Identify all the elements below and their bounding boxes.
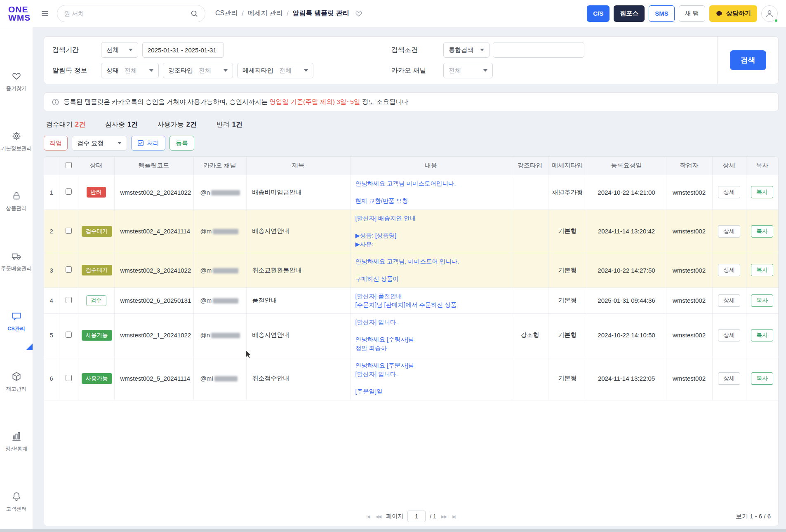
row-checkbox[interactable] bbox=[66, 332, 72, 338]
bell-icon bbox=[11, 491, 22, 502]
requested-date: 2024-10-22 14:27:50 bbox=[587, 253, 666, 287]
col-kakao-channel: 카카오 채널 bbox=[193, 157, 246, 175]
check-square-icon bbox=[137, 140, 144, 146]
sidebar-item-label: CS관리 bbox=[7, 325, 25, 332]
kakao-channel-select[interactable]: 전체 bbox=[443, 63, 493, 78]
sidebar-item-label: 정산/통계 bbox=[5, 445, 27, 452]
col-content: 내용 bbox=[350, 157, 512, 175]
row-checkbox[interactable] bbox=[66, 297, 72, 303]
first-page-icon[interactable]: |◀ bbox=[366, 514, 371, 519]
bottom-scrollbar[interactable] bbox=[0, 529, 786, 532]
top-header: ONE WMS CS관리 / 메세지 관리 / 알림톡 템플릿 관리 C/S 웹… bbox=[0, 0, 786, 27]
row-index: 6 bbox=[44, 357, 59, 400]
select-all-checkbox[interactable] bbox=[66, 162, 72, 168]
breadcrumb: CS관리 / 메세지 관리 / 알림톡 템플릿 관리 bbox=[215, 9, 363, 18]
message-type: 기본형 bbox=[548, 210, 587, 253]
last-page-icon[interactable]: ▶| bbox=[452, 514, 457, 519]
new-tab-button[interactable]: 새 탭 bbox=[679, 5, 705, 22]
consult-button[interactable]: 상담하기 bbox=[709, 5, 757, 22]
col-request-date: 등록요청일 bbox=[587, 157, 666, 175]
page-input[interactable] bbox=[407, 511, 426, 522]
sms-button[interactable]: SMS bbox=[649, 5, 675, 22]
menu-toggle-icon[interactable] bbox=[40, 9, 49, 18]
row-checkbox[interactable] bbox=[66, 228, 72, 234]
date-range-input[interactable] bbox=[142, 42, 224, 58]
detail-button[interactable]: 상세 bbox=[718, 294, 740, 307]
copy-button[interactable]: 복사 bbox=[751, 225, 773, 238]
breadcrumb-item[interactable]: CS관리 bbox=[215, 9, 238, 18]
sidebar-item-basic-info[interactable]: 기본정보관리 bbox=[0, 111, 33, 172]
table-row: 1 반려 wmstest002_2_20241022 @n 배송비미입금안내 안… bbox=[44, 175, 778, 210]
detail-button[interactable]: 상세 bbox=[718, 225, 740, 238]
app-logo[interactable]: ONE WMS bbox=[8, 5, 33, 22]
heart-icon bbox=[11, 71, 22, 81]
status-badge: 사용가능 bbox=[82, 373, 112, 384]
prev-page-icon[interactable]: ◀◀ bbox=[375, 514, 382, 519]
period-select[interactable]: 전체 bbox=[101, 42, 138, 58]
sidebar-item-label: 재고관리 bbox=[6, 386, 27, 393]
template-code: wmstest002_1_20241022 bbox=[114, 313, 193, 357]
detail-button[interactable]: 상세 bbox=[718, 264, 740, 276]
sidebar-item-products[interactable]: 상품관리 bbox=[0, 172, 33, 232]
favorite-heart-icon[interactable] bbox=[355, 9, 363, 18]
detail-button[interactable]: 상세 bbox=[718, 372, 740, 385]
channel-mask bbox=[213, 268, 238, 273]
row-checkbox[interactable] bbox=[66, 266, 72, 273]
process-button[interactable]: 처리 bbox=[131, 136, 165, 151]
chart-icon bbox=[11, 431, 22, 442]
chevron-down-icon bbox=[118, 142, 122, 144]
row-checkbox[interactable] bbox=[66, 188, 72, 195]
copy-button[interactable]: 복사 bbox=[751, 294, 773, 307]
emphasis-type bbox=[512, 357, 548, 400]
status-filter[interactable]: 상태 전체 bbox=[101, 63, 159, 78]
detail-button[interactable]: 상세 bbox=[718, 329, 740, 341]
template-content: 안녕하세요 고객님 미미스토어입니다. 현재 교환/반품 요청 bbox=[350, 175, 512, 210]
message-type-filter[interactable]: 메세지타입 전체 bbox=[237, 63, 313, 78]
breadcrumb-item[interactable]: 메세지 관리 bbox=[248, 9, 282, 18]
row-checkbox[interactable] bbox=[66, 375, 72, 381]
table-row: 4 검수 wmstest002_6_20250131 @m 품절안내 [발신자]… bbox=[44, 287, 778, 313]
copy-button[interactable]: 복사 bbox=[751, 329, 773, 341]
table-body: 1 반려 wmstest002_2_20241022 @n 배송비미입금안내 안… bbox=[44, 175, 778, 400]
gear-icon bbox=[11, 131, 22, 141]
copy-button[interactable]: 복사 bbox=[751, 264, 773, 276]
emphasis-type-filter[interactable]: 강조타입 전체 bbox=[163, 63, 233, 78]
requested-date: 2024-11-14 13:20:42 bbox=[587, 210, 666, 253]
work-type-select[interactable]: 검수 요청 bbox=[72, 136, 127, 151]
cs-mode-button[interactable]: C/S bbox=[587, 5, 610, 22]
chevron-down-icon bbox=[480, 49, 484, 51]
logo-line-2: WMS bbox=[8, 14, 33, 22]
summary-count: 2건 bbox=[75, 121, 85, 128]
sidebar-item-cs[interactable]: CS관리 bbox=[0, 292, 33, 352]
copy-button[interactable]: 복사 bbox=[751, 186, 773, 198]
emphasis-type bbox=[512, 175, 548, 210]
next-page-icon[interactable]: ▶▶ bbox=[440, 514, 447, 519]
condition-input[interactable] bbox=[493, 42, 584, 58]
template-table: 상태 템플릿코드 카카오 채널 제목 내용 강조타입 메세지타입 등록요청일 작… bbox=[44, 157, 778, 400]
template-content: 안녕하세요 고객님, 미미스토어 입니다. 구매하신 상품이 bbox=[350, 253, 512, 287]
chevron-down-icon bbox=[224, 69, 228, 72]
row-index: 2 bbox=[44, 210, 59, 253]
user-avatar[interactable] bbox=[761, 5, 778, 22]
register-button[interactable]: 등록 bbox=[169, 136, 194, 151]
search-icon[interactable] bbox=[190, 9, 198, 18]
detail-button[interactable]: 상세 bbox=[718, 186, 740, 198]
global-search-input[interactable] bbox=[64, 10, 187, 17]
sidebar-item-settlement-stats[interactable]: 정산/통계 bbox=[0, 412, 33, 472]
sidebar-item-favorites[interactable]: 즐겨찾기 bbox=[0, 51, 33, 111]
sidebar-item-orders-shipping[interactable]: 주문배송관리 bbox=[0, 231, 33, 292]
channel-mask bbox=[213, 229, 238, 234]
sidebar-item-customer-center[interactable]: 고객센터 bbox=[0, 472, 33, 532]
status-badge: 검수 bbox=[86, 295, 106, 306]
channel-mask bbox=[211, 333, 240, 338]
table-row: 3 검수대기 wmstest002_3_20241022 @m 취소교환환불안내… bbox=[44, 253, 778, 287]
search-button[interactable]: 검색 bbox=[730, 50, 766, 70]
condition-select[interactable]: 통합검색 bbox=[443, 42, 489, 58]
webpos-button[interactable]: 웹포스 bbox=[614, 5, 645, 22]
channel-mask bbox=[213, 298, 238, 304]
work-label: 작업 bbox=[44, 136, 68, 151]
truck-icon bbox=[11, 251, 22, 261]
copy-button[interactable]: 복사 bbox=[751, 372, 773, 385]
sidebar-item-inventory[interactable]: 재고관리 bbox=[0, 352, 33, 412]
chevron-down-icon bbox=[483, 69, 487, 72]
